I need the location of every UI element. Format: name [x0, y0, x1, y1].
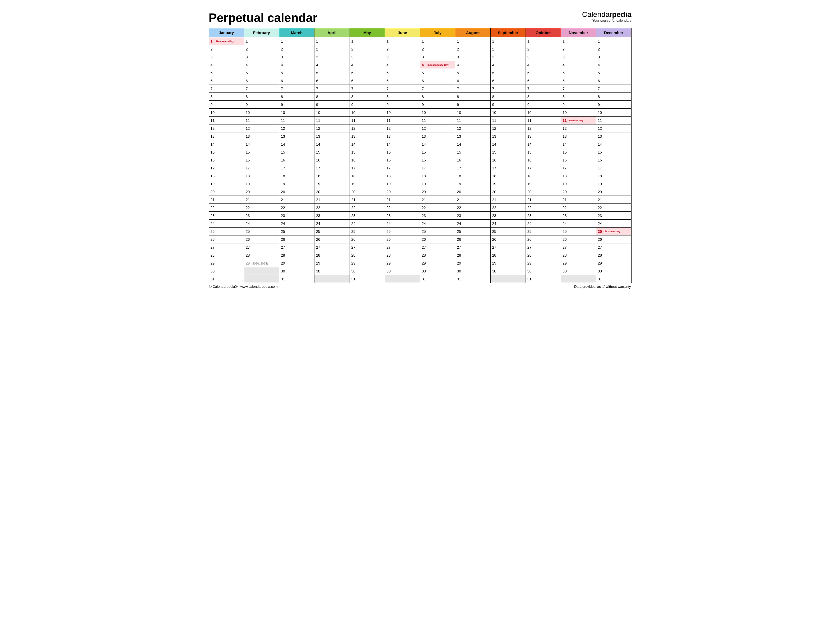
- day-cell: 28: [526, 251, 561, 259]
- day-cell: 25: [420, 227, 455, 235]
- day-cell: 28: [209, 251, 244, 259]
- day-cell: 3: [420, 53, 455, 61]
- day-cell: 29: [491, 259, 526, 267]
- day-cell: 23: [385, 212, 420, 219]
- day-cell: 21: [420, 196, 455, 204]
- day-cell: 15: [455, 148, 491, 156]
- month-header-december: December: [596, 28, 631, 37]
- day-cell: 28: [420, 251, 455, 259]
- day-cell: 22: [596, 204, 631, 212]
- day-cell: 8: [385, 93, 420, 101]
- day-cell: 14: [596, 140, 631, 148]
- day-cell: 15: [526, 148, 561, 156]
- day-cell: [491, 275, 526, 283]
- day-cell: 27: [596, 243, 631, 251]
- day-cell: 4: [491, 61, 526, 69]
- day-cell: 18: [526, 172, 561, 180]
- day-cell: 4: [455, 61, 491, 69]
- day-cell: 4: [596, 61, 631, 69]
- day-cell: 5: [455, 69, 491, 77]
- day-cell: 11: [420, 116, 455, 124]
- day-cell: 2: [349, 45, 385, 53]
- day-cell: 2: [420, 45, 455, 53]
- day-cell: 19: [596, 180, 631, 188]
- day-cell: 7: [209, 85, 244, 93]
- day-cell: 15: [349, 148, 385, 156]
- day-cell: 2: [385, 45, 420, 53]
- day-cell: 12: [491, 124, 526, 132]
- day-cell: 23: [455, 212, 491, 219]
- day-cell: 10: [349, 109, 385, 116]
- day-cell: 11: [209, 116, 244, 124]
- day-cell: 11: [244, 116, 279, 124]
- day-cell: 12: [596, 124, 631, 132]
- day-cell: 28: [385, 251, 420, 259]
- day-cell: 8: [209, 93, 244, 101]
- footer-right: Data provided 'as is' without warranty: [574, 285, 631, 289]
- day-cell: 30: [526, 267, 561, 275]
- day-cell: 23: [561, 212, 596, 219]
- day-cell: 21: [385, 196, 420, 204]
- day-cell: 3: [596, 53, 631, 61]
- day-cell: 28: [279, 251, 314, 259]
- day-cell: 13: [491, 132, 526, 140]
- day-cell: 22: [561, 204, 596, 212]
- day-cell: 6: [279, 77, 314, 85]
- day-cell: 12: [561, 124, 596, 132]
- day-cell: 29(2020, 2024): [244, 259, 279, 267]
- day-cell: 12: [279, 124, 314, 132]
- day-cell: 21: [209, 196, 244, 204]
- day-cell: 23: [596, 212, 631, 219]
- month-header-october: October: [526, 28, 561, 37]
- day-cell: 4: [385, 61, 420, 69]
- day-cell: 23: [279, 212, 314, 219]
- day-cell: 28: [455, 251, 491, 259]
- day-cell: 23: [314, 212, 349, 219]
- day-cell: 19: [491, 180, 526, 188]
- day-cell: 31: [209, 275, 244, 283]
- day-cell: 20: [244, 188, 279, 196]
- day-cell: 5: [385, 69, 420, 77]
- day-cell: 26: [455, 235, 491, 243]
- day-cell: 6: [420, 77, 455, 85]
- day-cell: 12: [314, 124, 349, 132]
- day-cell: 1: [596, 37, 631, 45]
- day-cell: 16: [385, 156, 420, 164]
- day-cell: 8: [279, 93, 314, 101]
- day-cell: 22: [279, 204, 314, 212]
- month-header-may: May: [349, 28, 385, 37]
- day-cell: 9: [420, 101, 455, 109]
- day-cell: 7: [526, 85, 561, 93]
- day-cell: 4: [279, 61, 314, 69]
- day-cell: 7: [385, 85, 420, 93]
- day-cell: 25: [455, 227, 491, 235]
- day-cell: 19: [561, 180, 596, 188]
- day-cell: 5: [279, 69, 314, 77]
- day-cell: 6: [349, 77, 385, 85]
- day-cell: 12: [244, 124, 279, 132]
- day-cell: 11: [455, 116, 491, 124]
- day-cell: 2: [491, 45, 526, 53]
- day-cell: 3: [349, 53, 385, 61]
- day-cell: 27: [279, 243, 314, 251]
- day-cell: 29: [385, 259, 420, 267]
- day-cell: 20: [314, 188, 349, 196]
- day-cell: 21: [314, 196, 349, 204]
- day-cell: 14: [314, 140, 349, 148]
- day-cell: 9: [314, 101, 349, 109]
- day-cell: 18: [491, 172, 526, 180]
- day-cell: 17: [244, 164, 279, 172]
- day-cell: 24: [596, 219, 631, 227]
- day-cell: 9: [526, 101, 561, 109]
- day-cell: 3: [455, 53, 491, 61]
- day-cell: 21: [279, 196, 314, 204]
- day-cell: 11: [385, 116, 420, 124]
- day-cell: 10: [561, 109, 596, 116]
- day-cell: 5: [596, 69, 631, 77]
- day-cell: 10: [596, 109, 631, 116]
- day-cell: 18: [596, 172, 631, 180]
- day-cell: 26: [314, 235, 349, 243]
- day-cell: 19: [279, 180, 314, 188]
- day-cell: 11: [491, 116, 526, 124]
- day-cell: 1: [561, 37, 596, 45]
